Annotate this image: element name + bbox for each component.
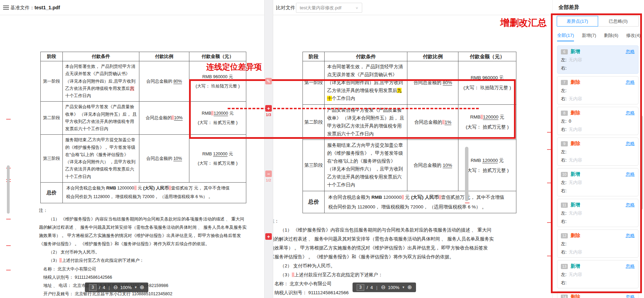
- compare-file-select[interactable]: test大量内容修改.pdf ∨: [296, 3, 362, 13]
- text-segment: 10%: [174, 156, 182, 161]
- zoom-in-icon-right[interactable]: ⊕: [407, 285, 412, 290]
- table-header-row: 阶段付款条件付款比例付款金额（元）: [41, 52, 246, 61]
- diff-item-10[interactable]: 10新增忽略左:无内容右:: [557, 168, 638, 196]
- stage-cell: 第一阶段: [303, 61, 325, 105]
- column-header: 阶段: [41, 52, 63, 61]
- page-number-input[interactable]: 3: [89, 284, 97, 291]
- condition-line: 收单》 （详见本合同附件五）后， 且: [327, 114, 405, 122]
- diff-item-11[interactable]: 11新增忽略左:无内容右:: [557, 199, 638, 227]
- diff-item-6[interactable]: 6新增忽略左:无内容右:: [557, 45, 638, 74]
- condition-line: 甲方收到乙方依法开具的增值税专用: [65, 118, 137, 125]
- text-segment: 服务期结束,乙方向甲方提交加盖公章: [65, 137, 135, 142]
- diff-filters: 全部(17) 新增(7) 删除(6) 修改(4): [557, 32, 641, 41]
- table-row: 第三阶段服务期结束,乙方向甲方提交加盖公章的《维护服务报告》， 甲方签发等级在“…: [303, 140, 516, 191]
- text-segment: 发票后六十个工作日内: [327, 131, 374, 136]
- compare-document-pane[interactable]: 阶段付款条件付款比例付款金额（元）第一阶段本合同签署生效， 产品到货经甲方清点无…: [270, 15, 516, 298]
- right-pane-scrollbar[interactable]: [465, 147, 468, 201]
- text-segment: 《服务评估报告》 。 《维护服务报告》和《服务评估报告》将作为双方后续合作的依据…: [39, 242, 209, 246]
- condition-line: 发票后六十个工作日内: [65, 125, 137, 133]
- diff-left-prefix: 左:: [561, 149, 567, 154]
- diff-right-row: 右:: [561, 218, 635, 225]
- text-segment: 施效果等） 。 甲方将根据乙方实施服务的情况对《维护评估报告》出具评估意见， 即…: [270, 245, 488, 250]
- baseline-file-label: 基准文件：test1_1.pdf: [10, 5, 60, 11]
- text-segment: 名称： 北京大中小有限公司: [43, 267, 96, 271]
- diff-item-13[interactable]: 13新增忽略左:无内容右:: [557, 260, 638, 288]
- note-line: （3）上述付款应付至乙方在此指定的下述账户：: [39, 256, 263, 265]
- diff-left-prefix: 左:: [561, 241, 567, 246]
- diff-item-9[interactable]: 9删除忽略左:右:无内容: [557, 137, 638, 166]
- text-segment: 乙方依法开具的增值税专用发票后六: [327, 174, 402, 179]
- diff-right-row: 右:无内容: [561, 157, 635, 163]
- ignore-link[interactable]: 忽略: [626, 141, 635, 147]
- ignore-link[interactable]: 忽略: [626, 263, 635, 269]
- zoom-out-icon-right[interactable]: ⊖: [381, 285, 385, 290]
- diff-list[interactable]: 6新增忽略左:无内容右:7删除忽略左:右:无内容8删除忽略左:0右:无内容9删除…: [553, 45, 644, 298]
- text-segment: 在“合格”以上的《服务评估报告》: [65, 152, 128, 157]
- diff-item-header: 12删除忽略: [561, 233, 635, 239]
- ignore-link[interactable]: 忽略: [626, 202, 635, 208]
- text-segment: （3）: [280, 272, 292, 277]
- diff-left-prefix: 左:: [561, 210, 567, 216]
- diff-left-prefix: 左:: [561, 88, 567, 93]
- column-header: 付款条件: [325, 52, 407, 61]
- tab-ignored[interactable]: 已忽略(0): [598, 16, 639, 27]
- diff-panel-scrollbar[interactable]: [640, 116, 643, 209]
- zoom-caret-icon-right[interactable]: ▼: [402, 286, 405, 289]
- diff-item-14[interactable]: 14删除忽略左:右:无内容: [557, 291, 638, 298]
- edit-diff-icon[interactable]: ✎: [265, 78, 272, 84]
- text-segment: 乙方依法开具的增值税专用发票后: [65, 86, 130, 91]
- note-line: 《服务评估报告》 。 《维护服务报告》和《服务评估报告》将作为双方后续合作的依据…: [270, 253, 516, 261]
- filter-deleted[interactable]: 删除(6): [604, 32, 618, 41]
- condition-line: 产品安装合格甲方签发《产品质量验: [65, 103, 137, 111]
- diff-index-badge: 6: [561, 49, 568, 54]
- diff-item-8[interactable]: 8删除忽略左:0右:无内容: [557, 107, 638, 135]
- zoom-out-icon[interactable]: ⊖: [113, 285, 118, 290]
- add-diff-icon-2[interactable]: +: [265, 233, 272, 240]
- diff-position-tick: [547, 256, 552, 256]
- diff-left-row: 左:: [561, 88, 635, 94]
- menu-icon[interactable]: [3, 6, 9, 10]
- diff-left-row: 左:: [561, 241, 635, 247]
- baseline-document-pane[interactable]: 阶段付款条件付款比例付款金额（元）第一阶段本合同签署生效， 产品到货经甲方清点无…: [39, 15, 263, 298]
- text-segment: (大写： 拾贰万元整 ): [466, 168, 509, 173]
- zoom-caret-icon[interactable]: ▼: [134, 286, 137, 289]
- filter-modified[interactable]: 修改(4): [626, 32, 641, 41]
- condition-line: 在“合格”以上的《服务评估报告》: [65, 151, 137, 158]
- diff-right-row: 右:无内容: [561, 96, 635, 102]
- text-segment: 元: [498, 114, 504, 120]
- left-pane-scrollbar[interactable]: [7, 165, 10, 214]
- diff-left-row: 左:无内容: [561, 57, 635, 63]
- page-number-input-right[interactable]: 3: [357, 284, 364, 291]
- text-segment: (大写) 人民币: [143, 186, 169, 191]
- text-segment: 产品安装合格甲方签发《产品质量验: [65, 104, 134, 109]
- remove-diff-icon[interactable]: −: [265, 171, 272, 177]
- diff-item-7[interactable]: 7删除忽略左:右:无内容: [557, 76, 638, 104]
- text-segment: (大写： 拾贰万元整 ): [466, 124, 509, 130]
- text-segment: 1%: [445, 120, 452, 125]
- amount-line: (大写： 玖拾陆万元整 ): [190, 83, 245, 90]
- diff-item-12[interactable]: 12删除忽略左:右:无内容: [557, 229, 638, 258]
- text-segment: 六: [130, 86, 135, 91]
- add-diff-icon[interactable]: +: [265, 105, 272, 112]
- ignore-link[interactable]: 忽略: [626, 233, 635, 239]
- filter-all[interactable]: 全部(17): [557, 32, 574, 41]
- tab-diff-points[interactable]: 差异点(17): [557, 16, 598, 27]
- diff-item-header: 14删除忽略: [561, 294, 635, 298]
- ignore-link[interactable]: 忽略: [626, 49, 635, 55]
- ignore-link[interactable]: 忽略: [626, 171, 635, 177]
- note-line: （3）上述付款应付至乙方在此指定的下述账户：: [270, 270, 516, 279]
- diff-index-badge: 12: [561, 233, 568, 238]
- text-segment: 在“合格”以上的《服务评估报告》: [327, 158, 395, 164]
- amount-line: RMB120000 元: [190, 110, 245, 117]
- diff-left-row: 左:0: [561, 118, 635, 124]
- text-segment: （详见本合同附件六） ，且甲方收到: [327, 166, 403, 172]
- diff-right-prefix: 右:: [561, 188, 567, 193]
- ignore-link[interactable]: 忽略: [626, 294, 635, 298]
- page-total-right: 4: [370, 285, 373, 290]
- filter-added[interactable]: 新增(7): [582, 32, 596, 41]
- ignore-link[interactable]: 忽略: [626, 110, 635, 116]
- zoom-in-icon[interactable]: ⊕: [140, 285, 144, 290]
- diff-mark: [480, 115, 483, 119]
- diff-type-label: 删除: [571, 110, 580, 116]
- ignore-link[interactable]: 忽略: [626, 79, 635, 85]
